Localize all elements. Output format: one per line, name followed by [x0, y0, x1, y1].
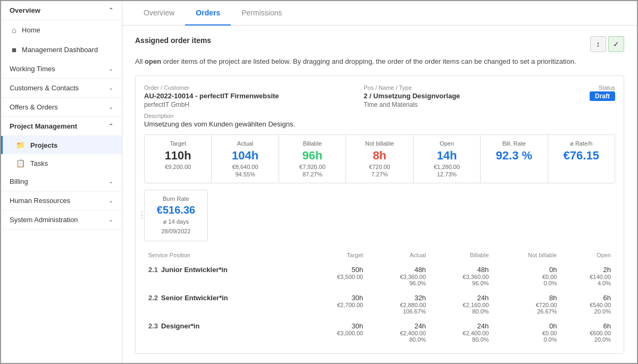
metric-not-billable: Not billable 8h €720.00 7.27%	[346, 135, 413, 183]
not-billable-value: 8h	[352, 149, 406, 163]
drag-handle-icon[interactable]: ⋮	[138, 209, 146, 219]
service-pos-name-1: 2.2Senior Entwickler*in	[144, 289, 305, 317]
open-sub2: 12.73%	[420, 171, 474, 177]
not-billable-sub2: 7.27%	[352, 171, 406, 177]
sidebar-item-management-dashboard[interactable]: ■ Management Dashboard	[1, 40, 122, 60]
service-actual-0: 48h €3,360.00 96.0%	[367, 260, 430, 289]
burn-rate-sub1: ø 14 days	[152, 218, 200, 226]
sidebar-working-times[interactable]: Working Times ⌄	[1, 60, 122, 79]
col-service-header: Service Position	[144, 250, 305, 260]
sidebar-overview-label: Overview	[10, 6, 40, 14]
order-status: Status Draft	[573, 84, 615, 100]
open-keyword: open	[145, 57, 161, 65]
sidebar-project-management-header[interactable]: Project Management ⌃	[1, 117, 122, 136]
service-target-1: 30h €2,700.00	[305, 289, 367, 317]
service-not-billable-0: 0h €0.00 0.0%	[493, 260, 561, 289]
sidebar-system-administration-label: System Administration	[10, 216, 78, 224]
service-positions-table: Service Position Target Actual Billable …	[144, 250, 615, 345]
burn-rate-sub2: 28/09/2022	[152, 227, 200, 235]
service-billable-1: 24h €2,160.00 80.0%	[430, 289, 493, 317]
tab-overview[interactable]: Overview	[133, 1, 185, 26]
sidebar-project-management-label: Project Management	[10, 122, 77, 130]
tasks-icon: 📋	[16, 159, 25, 167]
service-target-0: 50h €3,500.00	[305, 260, 367, 289]
sidebar-system-administration[interactable]: System Administration ⌄	[1, 210, 122, 230]
content-area: Assigned order items ↕ ✓ All open order …	[122, 26, 637, 363]
sidebar-customers-contacts[interactable]: Customers & Contacts ⌄	[1, 79, 122, 98]
bill-rate-label: Bill. Rate	[487, 140, 541, 147]
billable-label: Billable	[286, 140, 339, 147]
sort-button[interactable]: ↕	[590, 36, 606, 52]
section-description: All open order items of the project are …	[135, 56, 624, 67]
sidebar-item-home[interactable]: ⌂ Home	[1, 20, 122, 40]
chevron-down-icon: ⌄	[108, 178, 113, 185]
chevron-down-icon: ⌄	[108, 216, 113, 223]
billable-value: 96h	[286, 149, 339, 163]
service-not-billable-1: 8h €720.00 26.67%	[493, 289, 561, 317]
service-billable-2: 24h €2,400.00 80.0%	[430, 317, 493, 345]
order-card-header: Order / Customer AU-2022-10014 - perfect…	[144, 84, 615, 108]
avg-rate-value: €76.15	[555, 149, 608, 163]
pos-type: Time and Materials	[364, 101, 573, 108]
col-billable-header: Billable	[430, 250, 493, 260]
label-description: Description	[144, 113, 615, 119]
section-title: Assigned order items	[135, 36, 211, 45]
content-header: Assigned order items ↕ ✓	[135, 36, 624, 52]
sidebar-overview-header[interactable]: Overview ⌃	[1, 1, 122, 20]
actual-sub1: €8,640.00	[218, 164, 272, 170]
tab-orders[interactable]: Orders	[185, 1, 231, 26]
open-label: Open	[420, 140, 474, 147]
header-actions: ↕ ✓	[590, 36, 624, 52]
order-pos: Pos / Name / Type 2 / Umsetzung Designvo…	[353, 84, 573, 108]
col-not-billable-header: Not billable	[493, 250, 561, 260]
actual-label: Actual	[218, 140, 272, 147]
status-badge: Draft	[590, 91, 615, 101]
tabs-bar: Overview Orders Permissions	[122, 1, 637, 26]
home-icon: ⌂	[12, 26, 16, 35]
chevron-down-icon: ⌄	[108, 65, 113, 72]
billable-sub1: €7,920.00	[286, 164, 339, 170]
sidebar-human-resources[interactable]: Human Ressources ⌄	[1, 191, 122, 210]
metric-actual: Actual 104h €8,640.00 94.55%	[212, 135, 279, 183]
sidebar-item-tasks[interactable]: 📋 Tasks	[1, 154, 122, 172]
service-open-2: 6h €600.00 20.0%	[561, 317, 615, 345]
open-value: 14h	[420, 149, 474, 163]
sidebar-offers-orders[interactable]: Offers & Orders ⌄	[1, 98, 122, 117]
service-billable-0: 48h €3,360.00 96.0%	[430, 260, 493, 289]
tab-permissions[interactable]: Permissions	[231, 1, 292, 26]
sidebar-billing[interactable]: Billing ⌄	[1, 172, 122, 191]
service-actual-2: 24h €2,400.00 80.0%	[367, 317, 430, 345]
chevron-up-icon: ⌃	[108, 7, 113, 14]
projects-icon: 📁	[16, 141, 25, 149]
sidebar-item-projects[interactable]: 📁 Projects	[1, 136, 122, 154]
not-billable-label: Not billable	[352, 140, 406, 147]
sidebar-human-resources-label: Human Ressources	[10, 197, 70, 205]
col-open-header: Open	[561, 250, 615, 260]
burn-rate-value: €516.36	[152, 204, 200, 216]
confirm-button[interactable]: ✓	[608, 36, 624, 52]
target-label: Target	[151, 140, 205, 147]
metric-open: Open 14h €1,280.00 12.73%	[414, 135, 481, 183]
sidebar-item-management-dashboard-label: Management Dashboard	[22, 46, 98, 54]
metric-bill-rate: Bill. Rate 92.3 %	[481, 135, 548, 183]
service-open-0: 2h €140.00 4.0%	[561, 260, 615, 289]
service-actual-1: 32h €2,880.00 106.67%	[367, 289, 430, 317]
metrics-grid: Target 110h €9,200.00 Actual 104h €8,640…	[144, 134, 615, 183]
chevron-down-icon: ⌄	[108, 104, 113, 111]
service-pos-name-2: 2.3Designer*in	[144, 317, 305, 345]
order-info: Order / Customer AU-2022-10014 - perfect…	[144, 84, 353, 108]
not-billable-sub1: €720.00	[352, 164, 406, 170]
main-content: Overview Orders Permissions Assigned ord…	[122, 1, 637, 363]
sidebar-item-tasks-label: Tasks	[30, 159, 48, 167]
description-row: Description Umsetzung des vom Kunden gew…	[144, 113, 615, 128]
chevron-up-icon: ⌃	[108, 123, 113, 130]
label-pos: Pos / Name / Type	[364, 84, 573, 91]
service-open-1: 6h €540.00 20.0%	[561, 289, 615, 317]
billable-sub2: 87.27%	[286, 171, 339, 177]
target-value: 110h	[151, 149, 205, 163]
sidebar-working-times-label: Working Times	[10, 65, 55, 73]
service-not-billable-2: 0h €0.00 0.0%	[493, 317, 561, 345]
service-pos-name-0: 2.1Junior Entwickler*in	[144, 260, 305, 289]
target-sub1: €9,200.00	[151, 164, 205, 170]
open-sub1: €1,280.00	[420, 164, 474, 170]
